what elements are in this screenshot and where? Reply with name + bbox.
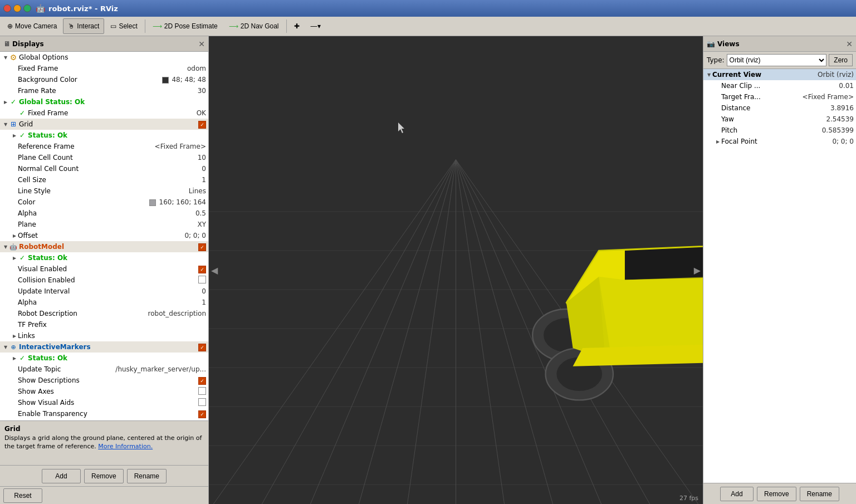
grid-status-item[interactable]: ✓ Status: Ok: [0, 130, 208, 141]
show-desc-item[interactable]: Show Descriptions ✓: [0, 375, 208, 386]
near-clip-item[interactable]: Near Clip ... 0.01: [703, 80, 856, 91]
focal-point-item[interactable]: Focal Point 0; 0; 0: [703, 136, 856, 147]
enable-transparency-checkbox[interactable]: ✓: [198, 410, 206, 418]
rm-status-item[interactable]: ✓ Status: Ok: [0, 252, 208, 263]
fixed-frame-item[interactable]: Fixed Frame odom: [0, 63, 208, 74]
update-topic-item[interactable]: Update Topic /husky_marker_server/up...: [0, 364, 208, 375]
global-status-item[interactable]: ✓ Global Status: Ok: [0, 96, 208, 107]
frame-rate-item[interactable]: Frame Rate 30: [0, 85, 208, 96]
show-visual-aids-item[interactable]: Show Visual Aids: [0, 397, 208, 408]
normal-cell-count-item[interactable]: Normal Cell Count 0: [0, 163, 208, 174]
cell-size-value: 1: [202, 176, 206, 184]
cv-arrow: [706, 71, 712, 78]
update-interval-item[interactable]: Update Interval 0: [0, 286, 208, 297]
near-clip-label: Near Clip ...: [721, 82, 837, 90]
tf-arrow: [11, 321, 18, 328]
more-info-link[interactable]: More Information.: [98, 443, 153, 450]
displays-close-icon[interactable]: ✕: [198, 40, 205, 48]
views-close-icon[interactable]: ✕: [846, 40, 853, 48]
reset-button[interactable]: Reset: [3, 488, 42, 503]
im-status-item[interactable]: ✓ Status: Ok: [0, 353, 208, 364]
displays-tree[interactable]: ⚙ Global Options Fixed Frame odom Backgr…: [0, 52, 208, 420]
cell-size-label: Cell Size: [18, 176, 199, 184]
show-desc-checkbox[interactable]: ✓: [198, 377, 206, 385]
views-type-select[interactable]: Orbit (rviz): [727, 54, 827, 66]
global-options-label: Global Options: [19, 53, 206, 61]
select-icon: ▭: [110, 22, 116, 30]
collision-enabled-checkbox[interactable]: [198, 276, 206, 283]
reference-frame-item[interactable]: Reference Frame <Fixed Frame>: [0, 141, 208, 152]
robotmodel-enabled-checkbox[interactable]: ✓: [198, 243, 206, 251]
yaw-item[interactable]: Yaw 2.54539: [703, 114, 856, 125]
maximize-button[interactable]: [23, 4, 31, 12]
add-toolbar-button[interactable]: ✚: [289, 18, 305, 34]
robot-desc-item[interactable]: Robot Description robot_description: [0, 308, 208, 319]
views-tree[interactable]: Current View Orbit (rviz) Near Clip ... …: [703, 69, 856, 483]
cell-size-item[interactable]: Cell Size 1: [0, 174, 208, 185]
viewport-right-arrow[interactable]: ▶: [692, 263, 703, 278]
grid-offset-item[interactable]: Offset 0; 0; 0: [0, 230, 208, 241]
rename-view-button[interactable]: Rename: [800, 487, 839, 501]
minimize-button[interactable]: [13, 4, 21, 12]
3d-viewport[interactable]: ◀ ▶ 27 fps: [209, 36, 703, 504]
background-color-item[interactable]: Background Color 48; 48; 48: [0, 74, 208, 85]
im-enabled-checkbox[interactable]: ✓: [198, 344, 206, 351]
line-style-label: Line Style: [18, 187, 187, 195]
enable-transparency-item[interactable]: Enable Transparency ✓: [0, 408, 208, 419]
global-status-arrow: [2, 99, 9, 105]
grid-item[interactable]: ⊞ Grid ✓: [0, 119, 208, 130]
target-frame-value: <Fixed Frame>: [803, 93, 854, 101]
target-frame-item[interactable]: Target Fra... <Fixed Frame>: [703, 91, 856, 102]
remove-display-button[interactable]: Remove: [84, 469, 124, 483]
grid-enabled-checkbox[interactable]: ✓: [198, 121, 206, 129]
links-item[interactable]: Links: [0, 330, 208, 341]
grid-plane-item[interactable]: Plane XY: [0, 219, 208, 230]
move-camera-button[interactable]: ⊕ Move Camera: [2, 18, 62, 34]
et-arrow: [11, 410, 18, 417]
viewport-grid-svg: [209, 36, 703, 504]
interact-button[interactable]: 🖱 Interact: [63, 18, 104, 34]
show-visual-aids-checkbox[interactable]: [198, 398, 206, 406]
global-status-label: Global Status: Ok: [19, 98, 206, 106]
fps-counter: 27 fps: [679, 495, 698, 502]
fixed-frame-status-item[interactable]: ✓ Fixed Frame OK: [0, 107, 208, 119]
select-button[interactable]: ▭ Select: [105, 18, 142, 34]
ff-status-check-icon: ✓: [18, 109, 27, 118]
show-axes-item[interactable]: Show Axes: [0, 386, 208, 397]
et-checkbox-wrapper: ✓: [198, 410, 206, 418]
plane-cell-count-item[interactable]: Plane Cell Count 10: [0, 152, 208, 163]
save-view-button[interactable]: Add: [720, 487, 754, 501]
visual-enabled-checkbox[interactable]: ✓: [198, 266, 206, 273]
nav-icon: ⟶: [229, 22, 238, 30]
rm-alpha-label: Alpha: [18, 299, 199, 306]
rename-display-button[interactable]: Rename: [127, 469, 167, 483]
pitch-item[interactable]: Pitch 0.585399: [703, 125, 856, 136]
pose-estimate-button[interactable]: ⟶ 2D Pose Estimate: [148, 18, 223, 34]
yaw-label: Yaw: [721, 115, 824, 123]
tf-prefix-item[interactable]: TF Prefix: [0, 319, 208, 330]
sva-arrow: [11, 399, 18, 406]
interactive-markers-item[interactable]: ⊕ InteractiveMarkers ✓: [0, 341, 208, 353]
show-axes-checkbox[interactable]: [198, 387, 206, 395]
nav-goal-button[interactable]: ⟶ 2D Nav Goal: [224, 18, 284, 34]
focal-point-value: 0; 0; 0: [832, 138, 854, 145]
collision-enabled-item[interactable]: Collision Enabled: [0, 275, 208, 286]
remove-view-button[interactable]: Remove: [757, 487, 796, 501]
visual-enabled-item[interactable]: Visual Enabled ✓: [0, 263, 208, 275]
current-view-item[interactable]: Current View Orbit (rviz): [703, 69, 856, 80]
close-button[interactable]: [3, 4, 11, 12]
distance-item[interactable]: Distance 3.8916: [703, 102, 856, 114]
rm-alpha-item[interactable]: Alpha 1: [0, 297, 208, 308]
window-controls[interactable]: [3, 4, 31, 12]
add-display-button[interactable]: Add: [42, 469, 81, 483]
views-zero-button[interactable]: Zero: [829, 54, 853, 66]
more-button[interactable]: —▾: [306, 18, 326, 34]
robotmodel-item[interactable]: 🤖 RobotModel ✓: [0, 241, 208, 252]
viewport-left-arrow[interactable]: ◀: [209, 263, 220, 278]
global-options-item[interactable]: ⚙ Global Options: [0, 52, 208, 63]
line-style-item[interactable]: Line Style Lines: [0, 185, 208, 197]
interact-icon: 🖱: [68, 22, 75, 30]
grid-alpha-item[interactable]: Alpha 0.5: [0, 208, 208, 219]
grid-color-item[interactable]: Color 160; 160; 164: [0, 197, 208, 208]
show-visual-aids-label: Show Visual Aids: [18, 399, 196, 407]
